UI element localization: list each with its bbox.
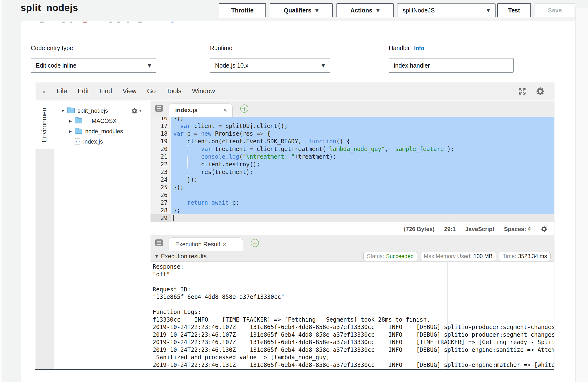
code-line-17[interactable]: 17 var client = SplitObj.client(); [150,122,554,130]
editor-preferences-gear-icon[interactable] [535,86,545,96]
line-number[interactable]: 21 [150,153,171,161]
test-event-select-value: splitNodeJS [403,7,435,14]
line-number[interactable]: 23 [150,168,171,176]
line-number[interactable]: 24 [150,176,171,184]
test-button[interactable]: Test [497,3,531,17]
code-line-26[interactable]: 26 [150,191,554,199]
handler-field-wrap [389,58,514,73]
environment-tab[interactable]: Environment [35,101,54,149]
code-line-20[interactable]: 20 var treatment = client.getTreatment("… [150,145,554,153]
tree-item-label: index.js [83,138,103,145]
code-line-24[interactable]: 24 }); [150,176,554,184]
code-line-22[interactable]: 22 client.destroy(); [150,161,554,168]
fullscreen-icon[interactable] [518,87,526,96]
execution-result-badges: Status:SucceededMax Memory Used:100 MBTi… [363,252,550,261]
code-editor[interactable]: 16});17 var client = SplitObj.client();1… [150,117,554,223]
code-line-28[interactable]: 28}; [150,207,554,214]
tree-item-split_nodejs[interactable]: ▼split_nodejs▼ [55,105,150,116]
clipped-content-fragment [127,21,129,22]
page-title: split_nodejs [21,2,78,13]
line-number[interactable]: 28 [150,207,171,214]
execution-log-output[interactable]: Response:"off"Request ID:"131e865f-6eb4-… [150,262,554,369]
cursor-position-indicator[interactable]: 29:1 [444,226,456,232]
handler-info-link[interactable]: Info [414,45,424,52]
menu-tools[interactable]: Tools [166,87,181,95]
indentation-indicator[interactable]: Spaces: 4 [504,226,531,232]
line-number[interactable]: 19 [150,137,171,145]
runtime-select[interactable]: Node.js 10.x ▼ [210,58,330,73]
clipped-content-fragment [83,21,87,22]
tab-index-js[interactable]: index.js × [168,103,232,117]
code-entry-type-select[interactable]: Edit code inline ▼ [31,58,156,73]
runtime-value: Node.js 10.x [215,62,248,69]
menu-find[interactable]: Find [99,87,112,95]
line-number[interactable]: 22 [150,161,171,168]
tab-list-icon[interactable] [155,239,163,246]
result-badge-max-memory-used: Max Memory Used:100 MB [420,252,496,261]
language-mode-indicator[interactable]: JavaScript [465,226,494,232]
tree-item-index.js[interactable]: <>index.js [55,136,150,147]
line-number[interactable]: 17 [150,122,171,130]
code-line-25[interactable]: 25}); [150,184,554,191]
save-button[interactable]: Save [535,3,575,17]
menu-view[interactable]: View [123,87,137,95]
code-line-19[interactable]: 19 client.on(client.Event.SDK_READY, fun… [150,137,554,145]
actions-button[interactable]: Actions ▼ [336,3,394,17]
menu-window[interactable]: Window [192,87,215,95]
collapse-results-icon[interactable]: ▼ [155,254,158,259]
add-tab-icon[interactable]: + [240,104,248,113]
code-line-text: var treatment = client.getTreatment("lam… [171,145,554,153]
chevron-collapsed-icon[interactable]: ▶ [68,119,73,123]
add-tab-icon[interactable]: + [251,239,259,247]
line-number[interactable]: 26 [150,191,171,199]
code-entry-type-value: Edit code inline [36,62,77,69]
throttle-button-label: Throttle [231,7,253,14]
line-number[interactable]: 25 [150,184,171,191]
log-line: Request ID: [150,286,554,294]
collapse-editor-icon[interactable]: ▲ [42,89,46,94]
throttle-button[interactable]: Throttle [219,3,266,17]
tab-execution-result[interactable]: Execution Result × [168,237,243,251]
caret-down-icon: ▼ [147,63,151,68]
code-line-text: var p = new Promise(res => { [171,130,554,137]
line-number[interactable]: 16 [150,117,171,122]
chevron-expanded-icon[interactable]: ▼ [60,109,65,113]
code-line-23[interactable]: 23 res(treatment); [150,168,554,176]
code-line-text: }); [171,117,554,122]
result-badge-time: Time:3523.34 ms [499,252,550,261]
line-number[interactable]: 18 [150,130,171,137]
code-line-29[interactable]: 29 [150,214,554,222]
close-tab-icon[interactable]: × [223,107,227,114]
chevron-collapsed-icon[interactable]: ▶ [68,129,73,133]
code-line-27[interactable]: 27 return await p; [150,199,554,207]
close-tab-icon[interactable]: × [223,241,227,248]
menu-edit[interactable]: Edit [78,87,89,95]
code-line-text: client.on(client.Event.SDK_READY, functi… [171,137,554,145]
menu-go[interactable]: Go [147,87,156,95]
qualifiers-button-label: Qualifiers [284,7,311,14]
statusbar-settings-gear-icon[interactable] [541,226,548,233]
line-number[interactable]: 29 [150,214,171,222]
clipped-content-fragment [171,21,173,22]
code-tabbar: index.js × + [150,101,554,117]
code-line-21[interactable]: 21 console.log("\ntreatment: "+treatment… [150,153,554,161]
code-line-18[interactable]: 18var p = new Promise(res => { [150,130,554,137]
line-number[interactable]: 20 [150,145,171,153]
tab-index-js-label: index.js [175,107,197,114]
tree-item-__MACOSX[interactable]: ▶__MACOSX [55,116,150,126]
page-scrollbar[interactable] [575,7,588,382]
code-line-16[interactable]: 16}); [150,117,554,122]
runtime-label: Runtime [210,45,232,52]
code-line-text: console.log("\ntreatment: "+treatment); [171,153,554,161]
tab-list-icon[interactable] [155,105,163,112]
tree-settings-gear-icon[interactable]: ▼ [131,107,141,114]
qualifiers-button[interactable]: Qualifiers ▼ [270,3,333,17]
menu-file[interactable]: File [57,87,67,95]
code-line-text [171,214,554,222]
log-line: Response: [150,263,554,271]
tree-item-node_modules[interactable]: ▶node_modules [55,126,150,136]
test-event-select[interactable]: splitNodeJS ▼ [397,3,496,17]
handler-input[interactable] [394,62,508,69]
line-number[interactable]: 27 [150,199,171,207]
code-line-text: }); [171,184,554,191]
